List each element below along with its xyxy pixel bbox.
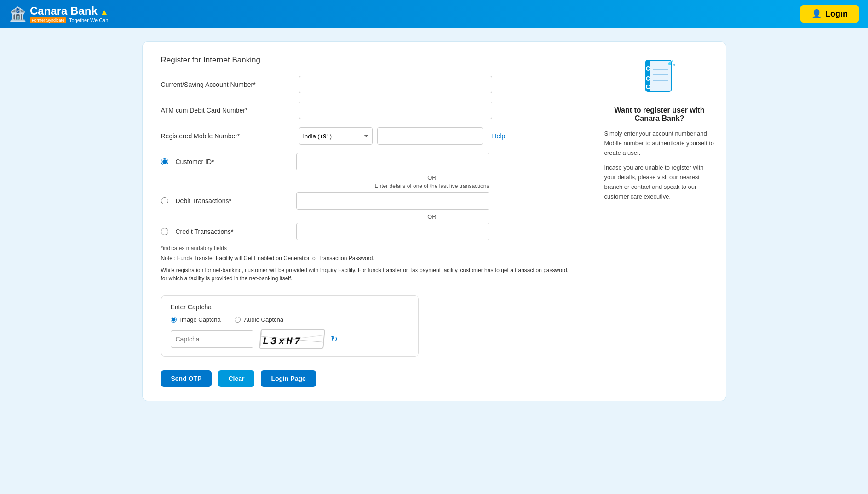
captcha-input[interactable] <box>171 330 253 348</box>
form-title: Register for Internet Banking <box>161 56 575 65</box>
image-captcha-option[interactable]: Image Captcha <box>171 316 221 323</box>
note1: Note : Funds Transfer Facility will Get … <box>161 254 575 262</box>
logo-icon: 🏦 <box>9 6 26 22</box>
clear-button[interactable]: Clear <box>218 370 254 387</box>
login-page-button[interactable]: Login Page <box>261 370 316 387</box>
captcha-section: Enter Captcha Image Captcha Audio Captch… <box>161 295 419 357</box>
image-captcha-radio[interactable] <box>171 317 177 323</box>
help-link[interactable]: Help <box>492 132 506 140</box>
mandatory-note: *indicates mandatory fields <box>161 245 575 251</box>
svg-point-14 <box>673 64 675 66</box>
account-number-label: Current/Saving Account Number* <box>161 81 290 88</box>
credit-row: Credit Transactions* <box>161 223 575 240</box>
main-content: Register for Internet Banking Current/Sa… <box>0 28 868 415</box>
captcha-image: L3xH7 <box>259 329 325 349</box>
send-otp-button[interactable]: Send OTP <box>161 370 212 387</box>
debit-radio[interactable] <box>161 197 168 204</box>
audio-captcha-radio[interactable] <box>235 317 241 323</box>
captcha-input-row: L3xH7 ↻ <box>171 329 409 349</box>
or-text-2: OR <box>290 213 575 220</box>
or-text-1: OR <box>290 174 575 181</box>
atm-card-label: ATM cum Debit Card Number* <box>161 107 290 114</box>
credit-radio[interactable] <box>161 228 168 235</box>
sidebar-para2: Incase you are unable to register with y… <box>604 163 715 201</box>
button-row: Send OTP Clear Login Page <box>161 370 575 387</box>
login-button-label: Login <box>825 9 848 19</box>
syndicate-label: Former Syndicate <box>30 17 66 23</box>
credit-input[interactable] <box>296 223 489 240</box>
captcha-type-row: Image Captcha Audio Captcha <box>171 316 409 323</box>
sidebar-card: Want to register user with Canara Bank? … <box>593 41 726 401</box>
logo-area: 🏦 Canara Bank ▲ Former Syndicate Togethe… <box>9 5 109 23</box>
form-card: Register for Internet Banking Current/Sa… <box>142 41 593 401</box>
audio-captcha-label: Audio Captcha <box>244 316 283 323</box>
mobile-label: Registered Mobile Number* <box>161 132 290 140</box>
person-icon: 👤 <box>811 9 822 19</box>
customer-id-radio[interactable] <box>161 158 168 165</box>
header: 🏦 Canara Bank ▲ Former Syndicate Togethe… <box>0 0 868 28</box>
customer-id-label: Customer ID* <box>176 158 289 165</box>
or-hint: Enter details of one of the last five tr… <box>290 183 575 189</box>
svg-point-12 <box>668 62 671 65</box>
logo-text-area: Canara Bank ▲ Former Syndicate Together … <box>30 5 109 23</box>
note2: While registration for net-banking, cust… <box>161 266 575 283</box>
captcha-title: Enter Captcha <box>171 303 409 311</box>
debit-row: Debit Transactions* <box>161 192 575 210</box>
sidebar-para1: Simply enter your account number and Mob… <box>604 129 715 158</box>
atm-card-row: ATM cum Debit Card Number* <box>161 102 575 119</box>
image-captcha-label: Image Captcha <box>180 316 221 323</box>
country-select[interactable]: India (+91) USA (+1) UK (+44) Canada (+1… <box>299 127 373 145</box>
logo-triangle: ▲ <box>100 7 109 17</box>
mobile-row: Registered Mobile Number* India (+91) US… <box>161 127 575 145</box>
customer-id-input[interactable] <box>296 153 489 170</box>
audio-captcha-option[interactable]: Audio Captcha <box>235 316 283 323</box>
mobile-select-wrap: India (+91) USA (+1) UK (+44) Canada (+1… <box>299 127 483 145</box>
mobile-input[interactable] <box>377 127 483 145</box>
credit-label: Credit Transactions* <box>176 228 289 235</box>
captcha-svg: L3xH7 <box>260 329 324 349</box>
account-number-input[interactable] <box>299 76 492 93</box>
customer-id-row: Customer ID* <box>161 153 575 170</box>
atm-card-input[interactable] <box>299 102 492 119</box>
login-button[interactable]: 👤 Login <box>800 5 859 23</box>
svg-text:L3xH7: L3xH7 <box>261 335 303 347</box>
sidebar-title: Want to register user with Canara Bank? <box>604 106 715 123</box>
tagline: Together We Can <box>69 17 108 23</box>
captcha-refresh-icon[interactable]: ↻ <box>331 334 338 344</box>
notebook-icon <box>641 56 678 99</box>
debit-label: Debit Transactions* <box>176 197 289 204</box>
account-number-row: Current/Saving Account Number* <box>161 76 575 93</box>
debit-input[interactable] <box>296 192 489 210</box>
bank-name: Canara Bank <box>30 5 98 17</box>
svg-point-13 <box>672 60 673 62</box>
